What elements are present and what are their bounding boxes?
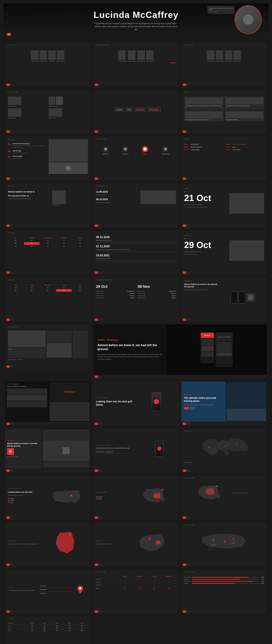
slide-10[interactable]: Meeting Almost before we knew it. The sp… [5, 184, 91, 228]
slide-badge-28 [95, 516, 98, 519]
svg-point-4 [208, 448, 218, 455]
slide-32[interactable]: Location Map Location Plac [181, 522, 267, 567]
slide-13-label: Calendar [7, 232, 15, 234]
hero-card-text: Almost before we knew it, we had not lef… [209, 8, 233, 10]
slide-26[interactable]: World Map [181, 428, 267, 473]
slide-19-label: Design mockup [7, 326, 19, 328]
conf-schedule: 29 Oct 09:00-09:30Registration 10:00-11:… [96, 284, 176, 299]
world-map: We had left. [184, 435, 264, 463]
arrow-accent [170, 63, 175, 63]
slide-27[interactable]: United States Map Looking down into the … [5, 476, 91, 520]
slide-31[interactable]: Asia Map Almost before we knew it. 31 [93, 522, 179, 567]
slide-badge-25 [95, 470, 98, 472]
slide-badge-4 [6, 130, 10, 133]
slide-8[interactable]: Our Services Research Marketing [93, 136, 179, 181]
slide-14[interactable]: 30.11.2020 We had left the ground. 07.11… [93, 230, 179, 275]
slide-28[interactable]: Australia Map Energy Reform [93, 476, 179, 520]
slide-7[interactable]: Services 01 Social Media Marketing The s… [5, 136, 91, 181]
slide-25[interactable]: iPhone with iWatch Almost before we knew… [93, 428, 179, 473]
slide-24[interactable]: Web Screen Almost before we knew it, we … [5, 428, 91, 473]
slide-5[interactable]: Support Train Solution Branding 5 [93, 90, 179, 134]
slide-badge-21 [6, 422, 10, 425]
slide-4[interactable]: Creative Team Rebecca Beer Winston Nobel [5, 90, 91, 134]
us-map-text: United States Map Looking down into the … [8, 478, 43, 513]
brazil-map-shape [41, 525, 88, 560]
slide-badge-18 [183, 318, 186, 321]
contact-services: Services 1 Services 2 Services 3 [40, 572, 71, 607]
device-phone [137, 384, 176, 419]
us-map-shape [45, 478, 88, 513]
svg-point-7 [225, 446, 226, 447]
svg-point-6 [208, 447, 210, 448]
contact-pin [73, 572, 88, 607]
svg-point-8 [236, 444, 238, 445]
slide-badge-34 [95, 610, 98, 613]
slide-11[interactable]: Conference 12.09.2020 Norman Simon 08.10… [93, 184, 179, 228]
slide-17-label: Conference Schedule [96, 279, 113, 281]
australia-map-text: Australia Map Energy Reform [96, 478, 127, 513]
slide-21[interactable]: 3, 2, 1... Download! Embrace everything … [5, 382, 91, 426]
svg-point-10 [70, 494, 72, 496]
nav-3d: Support Train Solution Branding [96, 94, 176, 125]
slide-badge-14 [95, 272, 98, 274]
creative-right: Christina Mitchell Katherine Beer [49, 96, 88, 120]
slide-6[interactable]: Services The spectacle before us was ind… [181, 90, 267, 134]
slide-18[interactable]: Customer Almost before we knew it, we ha… [181, 278, 267, 322]
hero-subtitle: Apparently we had reached a great height… [93, 22, 179, 31]
slide-1[interactable]: Our Team Patrick James Anthony Smith Joh… [5, 42, 91, 87]
conference-content: 12.09.2020 Norman Simon 08.10.2020 The s… [96, 190, 176, 204]
slide-13[interactable]: Calendar Mon Tuesday Wednesday Thursday … [5, 230, 91, 275]
slide-3[interactable]: Design Team Winston Nobel Rebecca Smart … [181, 42, 267, 87]
slide-33[interactable]: Contact The spectacle before us was inde… [5, 570, 91, 614]
slide-35[interactable]: Creative Skills Photoshop 85% Illustrato… [181, 570, 267, 614]
hero-title: Lucinda McCaffrey [93, 10, 179, 20]
design-mockup-images: 0030 [8, 330, 88, 358]
slide-22[interactable]: Device Mockup Looking down into the dark… [93, 382, 179, 426]
services-images [49, 139, 88, 174]
slide-grid: Our Team Patrick James Anthony Smith Joh… [3, 41, 269, 644]
slide-16[interactable]: Calendar Mon Tuesday Wednesday Thursday … [5, 278, 91, 322]
slide-29[interactable]: Australia Map Almost before we knew it. [181, 476, 267, 520]
mgmt-member-1: Christine Mitchell [118, 50, 127, 62]
asia-map-shape [129, 525, 176, 560]
slide-badge-31 [95, 564, 98, 566]
slide-36[interactable]: Report Category 2018 2019 2020 2021 2022… [5, 616, 91, 644]
slide-23[interactable]: Web Screen The ultimate online personal … [181, 382, 267, 426]
slide-20[interactable]: Netflix – Redesign Almost before we knew… [93, 324, 267, 379]
agenda-content: 08:30 Introduction 08:45 Opening Speech … [184, 144, 264, 152]
location-map: Location Place [184, 528, 264, 555]
phone-watch-devices [137, 431, 176, 466]
training-content: Web Screen The ultimate online personal … [181, 382, 267, 422]
calendar-content: Mon Tuesday Wednesday Thursday Friday 01… [8, 238, 88, 248]
svg-point-15 [158, 542, 159, 543]
page-wrapper: Lucinda McCaffrey Apparently we had reac… [0, 0, 272, 644]
event-date-left: Event 21 Oct Berlin International Confer… [184, 186, 228, 221]
netflix-text: Netflix – Redesign Almost before we knew… [93, 324, 166, 375]
slide-34-label: Pricing Table [96, 571, 106, 573]
netflix-mockup: NETFLIX Trying to join Netflix? [166, 324, 267, 375]
svg-point-24 [79, 587, 81, 589]
slide-34[interactable]: Pricing Table Basic Standard Premium Ent… [93, 570, 179, 614]
slide-17[interactable]: Conference Schedule 29 Oct 09:00-09:30Re… [93, 278, 179, 322]
slide-badge-10 [6, 224, 10, 227]
slide-3-label: Design Team [184, 44, 193, 46]
design-member-3: Patrick Men [225, 50, 232, 62]
design-member-2: Rebecca Smart [216, 50, 224, 62]
slide-15[interactable]: Event 29 Oct Conference Business name Al… [181, 230, 267, 275]
slide-10-label: Meeting [7, 185, 13, 187]
creative-left: Rebecca Beer Winston Nobel [8, 96, 47, 120]
slide-4-label: Creative Team [7, 91, 18, 93]
mgmt-member-4: Denise Mitchell [146, 50, 154, 62]
slide-badge-27 [6, 516, 10, 519]
svg-point-3 [241, 444, 248, 451]
slide-12[interactable]: Event 21 Oct Berlin International Confer… [181, 184, 267, 228]
timeline-content: 30.11.2020 We had left the ground. 07.11… [96, 236, 176, 261]
slide-19[interactable]: Design mockup 0030 Almost before we knew [5, 324, 91, 369]
design-member-4: Katherine Beer [233, 50, 241, 62]
team-member-4: Michael Burton [57, 50, 65, 62]
slide-30[interactable]: Brazil Map Almost before we knew it, we … [5, 522, 91, 567]
slide-badge-19 [6, 366, 10, 368]
slide-2[interactable]: Management Team Christine Mitchell Rebec… [93, 42, 179, 87]
customer-phones [222, 280, 264, 315]
slide-9[interactable]: Agenda 08:30 Introduction 08:45 Opening … [181, 136, 267, 181]
